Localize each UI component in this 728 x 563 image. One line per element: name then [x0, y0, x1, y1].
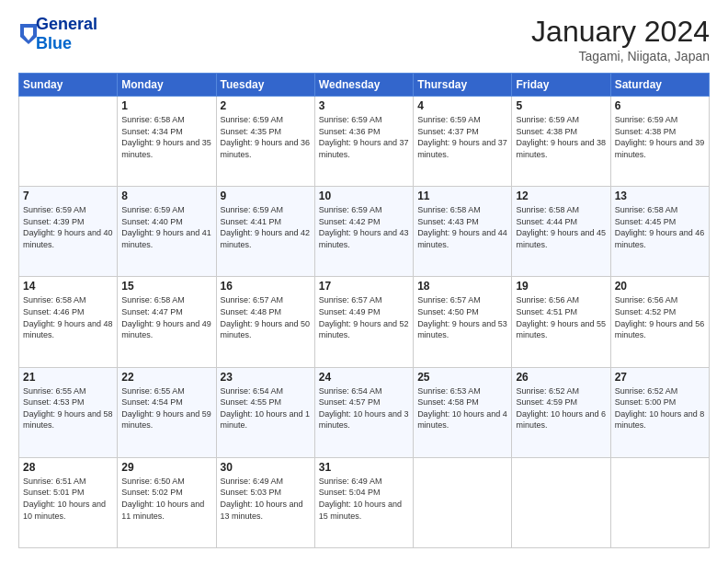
header-tuesday: Tuesday: [216, 74, 314, 97]
table-row: 9Sunrise: 6:59 AMSunset: 4:41 PMDaylight…: [216, 187, 314, 277]
day-number: 19: [516, 280, 606, 293]
day-info: Sunrise: 6:57 AMSunset: 4:48 PMDaylight:…: [221, 294, 311, 340]
day-number: 26: [516, 371, 606, 384]
day-number: 9: [221, 190, 311, 202]
day-number: 3: [319, 99, 409, 112]
day-info: Sunrise: 6:57 AMSunset: 4:49 PMDaylight:…: [319, 294, 409, 340]
day-number: 8: [121, 190, 211, 202]
day-number: 1: [121, 99, 211, 112]
day-number: 16: [221, 280, 311, 293]
table-row: 23Sunrise: 6:54 AMSunset: 4:55 PMDayligh…: [216, 367, 314, 457]
day-number: 22: [121, 371, 211, 384]
day-info: Sunrise: 6:59 AMSunset: 4:38 PMDaylight:…: [516, 114, 606, 160]
day-number: 28: [23, 461, 113, 474]
table-row: 20Sunrise: 6:56 AMSunset: 4:52 PMDayligh…: [610, 277, 709, 367]
table-row: 19Sunrise: 6:56 AMSunset: 4:51 PMDayligh…: [512, 277, 610, 367]
month-title: January 2024: [531, 15, 710, 49]
logo-general-text: General: [36, 15, 97, 33]
table-row: 17Sunrise: 6:57 AMSunset: 4:49 PMDayligh…: [314, 277, 413, 367]
table-row: 28Sunrise: 6:51 AMSunset: 5:01 PMDayligh…: [19, 457, 118, 547]
logo: General Blue: [18, 15, 97, 53]
table-row: 21Sunrise: 6:55 AMSunset: 4:53 PMDayligh…: [19, 367, 118, 457]
table-row: 1Sunrise: 6:58 AMSunset: 4:34 PMDaylight…: [118, 97, 216, 187]
header-friday: Friday: [512, 74, 610, 97]
table-row: 15Sunrise: 6:58 AMSunset: 4:47 PMDayligh…: [118, 277, 216, 367]
day-info: Sunrise: 6:59 AMSunset: 4:36 PMDaylight:…: [319, 114, 409, 160]
table-row: 11Sunrise: 6:58 AMSunset: 4:43 PMDayligh…: [414, 187, 512, 277]
logo-icon: [20, 24, 37, 44]
week-row-4: 28Sunrise: 6:51 AMSunset: 5:01 PMDayligh…: [19, 457, 710, 547]
table-row: 10Sunrise: 6:59 AMSunset: 4:42 PMDayligh…: [314, 187, 413, 277]
day-info: Sunrise: 6:58 AMSunset: 4:43 PMDaylight:…: [417, 204, 507, 250]
header-sunday: Sunday: [19, 74, 118, 97]
header: General Blue January 2024 Tagami, Niigat…: [18, 15, 710, 63]
day-info: Sunrise: 6:58 AMSunset: 4:34 PMDaylight:…: [121, 114, 211, 160]
day-number: 14: [23, 280, 113, 293]
day-info: Sunrise: 6:54 AMSunset: 4:55 PMDaylight:…: [221, 385, 311, 431]
header-saturday: Saturday: [610, 74, 709, 97]
day-info: Sunrise: 6:57 AMSunset: 4:50 PMDaylight:…: [417, 294, 507, 340]
location: Tagami, Niigata, Japan: [531, 49, 710, 63]
table-row: 13Sunrise: 6:58 AMSunset: 4:45 PMDayligh…: [610, 187, 709, 277]
day-info: Sunrise: 6:52 AMSunset: 4:59 PMDaylight:…: [516, 385, 606, 431]
day-info: Sunrise: 6:59 AMSunset: 4:38 PMDaylight:…: [615, 114, 705, 160]
day-number: 20: [615, 280, 705, 293]
table-row: 29Sunrise: 6:50 AMSunset: 5:02 PMDayligh…: [118, 457, 216, 547]
day-info: Sunrise: 6:58 AMSunset: 4:47 PMDaylight:…: [121, 294, 211, 340]
day-number: 4: [417, 99, 507, 112]
day-info: Sunrise: 6:59 AMSunset: 4:41 PMDaylight:…: [221, 204, 311, 250]
day-number: 31: [319, 461, 409, 474]
day-info: Sunrise: 6:49 AMSunset: 5:04 PMDaylight:…: [319, 476, 409, 522]
table-row: 3Sunrise: 6:59 AMSunset: 4:36 PMDaylight…: [314, 97, 413, 187]
day-info: Sunrise: 6:58 AMSunset: 4:46 PMDaylight:…: [23, 294, 113, 340]
table-row: 18Sunrise: 6:57 AMSunset: 4:50 PMDayligh…: [414, 277, 512, 367]
day-info: Sunrise: 6:56 AMSunset: 4:51 PMDaylight:…: [516, 294, 606, 340]
table-row: 6Sunrise: 6:59 AMSunset: 4:38 PMDaylight…: [610, 97, 709, 187]
day-number: 24: [319, 371, 409, 384]
table-row: [414, 457, 512, 547]
table-row: 5Sunrise: 6:59 AMSunset: 4:38 PMDaylight…: [512, 97, 610, 187]
day-info: Sunrise: 6:59 AMSunset: 4:40 PMDaylight:…: [121, 204, 211, 250]
day-info: Sunrise: 6:56 AMSunset: 4:52 PMDaylight:…: [615, 294, 705, 340]
day-number: 25: [417, 371, 507, 384]
day-number: 29: [121, 461, 211, 474]
table-row: 4Sunrise: 6:59 AMSunset: 4:37 PMDaylight…: [414, 97, 512, 187]
day-number: 27: [615, 371, 705, 384]
day-info: Sunrise: 6:55 AMSunset: 4:53 PMDaylight:…: [23, 385, 113, 431]
day-info: Sunrise: 6:55 AMSunset: 4:54 PMDaylight:…: [121, 385, 211, 431]
header-monday: Monday: [118, 74, 216, 97]
day-info: Sunrise: 6:53 AMSunset: 4:58 PMDaylight:…: [417, 385, 507, 431]
day-number: 17: [319, 280, 409, 293]
table-row: 2Sunrise: 6:59 AMSunset: 4:35 PMDaylight…: [216, 97, 314, 187]
table-row: 14Sunrise: 6:58 AMSunset: 4:46 PMDayligh…: [19, 277, 118, 367]
day-info: Sunrise: 6:50 AMSunset: 5:02 PMDaylight:…: [121, 476, 211, 522]
day-number: 6: [615, 99, 705, 112]
week-row-3: 21Sunrise: 6:55 AMSunset: 4:53 PMDayligh…: [19, 367, 710, 457]
table-row: 25Sunrise: 6:53 AMSunset: 4:58 PMDayligh…: [414, 367, 512, 457]
day-number: 30: [221, 461, 311, 474]
week-row-2: 14Sunrise: 6:58 AMSunset: 4:46 PMDayligh…: [19, 277, 710, 367]
table-row: [19, 97, 118, 187]
day-info: Sunrise: 6:58 AMSunset: 4:45 PMDaylight:…: [615, 204, 705, 250]
table-row: 24Sunrise: 6:54 AMSunset: 4:57 PMDayligh…: [314, 367, 413, 457]
day-number: 15: [121, 280, 211, 293]
day-info: Sunrise: 6:51 AMSunset: 5:01 PMDaylight:…: [23, 476, 113, 522]
week-row-0: 1Sunrise: 6:58 AMSunset: 4:34 PMDaylight…: [19, 97, 710, 187]
table-row: 26Sunrise: 6:52 AMSunset: 4:59 PMDayligh…: [512, 367, 610, 457]
day-info: Sunrise: 6:59 AMSunset: 4:42 PMDaylight:…: [319, 204, 409, 250]
table-row: 7Sunrise: 6:59 AMSunset: 4:39 PMDaylight…: [19, 187, 118, 277]
day-number: 13: [615, 190, 705, 202]
day-number: 5: [516, 99, 606, 112]
day-info: Sunrise: 6:59 AMSunset: 4:37 PMDaylight:…: [417, 114, 507, 160]
day-number: 7: [23, 190, 113, 202]
day-info: Sunrise: 6:59 AMSunset: 4:35 PMDaylight:…: [221, 114, 311, 160]
logo-blue-text: Blue: [36, 34, 72, 52]
table-row: [610, 457, 709, 547]
day-number: 23: [221, 371, 311, 384]
table-row: 8Sunrise: 6:59 AMSunset: 4:40 PMDaylight…: [118, 187, 216, 277]
day-number: 21: [23, 371, 113, 384]
table-row: 22Sunrise: 6:55 AMSunset: 4:54 PMDayligh…: [118, 367, 216, 457]
day-number: 10: [319, 190, 409, 202]
table-row: [512, 457, 610, 547]
table-row: 27Sunrise: 6:52 AMSunset: 5:00 PMDayligh…: [610, 367, 709, 457]
